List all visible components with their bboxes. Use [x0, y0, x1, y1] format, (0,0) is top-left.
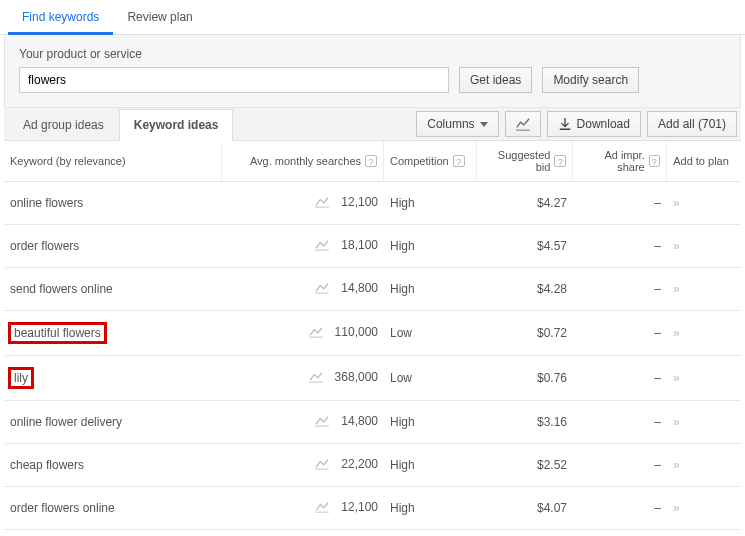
searches-cell: 14,800: [222, 401, 384, 443]
header-bid[interactable]: Suggested bid?: [477, 141, 573, 181]
searches-cell: 110,000: [222, 312, 384, 354]
keyword-cell[interactable]: beautiful flowers: [4, 311, 222, 355]
highlighted-keyword: beautiful flowers: [10, 324, 105, 342]
modify-search-button[interactable]: Modify search: [542, 67, 639, 93]
competition-cell: Low: [384, 532, 477, 536]
add-cell[interactable]: »: [667, 269, 735, 309]
bid-cell: $4.27: [477, 183, 573, 223]
competition-cell: High: [384, 488, 477, 528]
keyword-cell[interactable]: lily: [4, 356, 222, 400]
share-cell: –: [573, 269, 667, 309]
table-row: beautiful flowers110,000Low$0.72–»: [4, 311, 741, 356]
share-cell: –: [573, 313, 667, 353]
keyword-cell[interactable]: send flowers online: [4, 269, 222, 309]
bid-cell: $0.76: [477, 358, 573, 398]
table-row: order flowers online12,100High$4.07–»: [4, 487, 741, 530]
bid-cell: $4.28: [477, 269, 573, 309]
table-row: rose flower165,000Low$0.84–»: [4, 530, 741, 536]
ideas-toolbar: Ad group ideas Keyword ideas Columns Dow…: [4, 108, 741, 141]
trend-icon[interactable]: [315, 457, 329, 473]
keyword-cell[interactable]: order flowers online: [4, 488, 222, 528]
keyword-cell[interactable]: cheap flowers: [4, 445, 222, 485]
add-cell[interactable]: »: [667, 445, 735, 485]
share-cell: –: [573, 445, 667, 485]
keyword-cell[interactable]: order flowers: [4, 226, 222, 266]
tab-adgroup-ideas[interactable]: Ad group ideas: [8, 109, 119, 141]
header-competition[interactable]: Competition?: [384, 141, 477, 181]
keyword-cell[interactable]: rose flower: [4, 530, 222, 536]
main-tabs: Find keywords Review plan: [0, 0, 745, 35]
header-keyword[interactable]: Keyword (by relevance): [4, 141, 222, 181]
download-icon: [558, 117, 572, 131]
competition-cell: High: [384, 183, 477, 223]
tab-review-plan[interactable]: Review plan: [113, 0, 206, 34]
search-area: Your product or service Get ideas Modify…: [4, 35, 741, 108]
competition-cell: High: [384, 226, 477, 266]
highlighted-keyword: lily: [10, 369, 32, 387]
add-icon: »: [673, 415, 678, 429]
searches-cell: 165,000: [222, 531, 384, 536]
add-cell[interactable]: »: [667, 402, 735, 442]
tab-find-keywords[interactable]: Find keywords: [8, 0, 113, 34]
searches-value: 14,800: [341, 281, 378, 297]
help-icon[interactable]: ?: [649, 155, 660, 167]
keyword-cell[interactable]: online flower delivery: [4, 402, 222, 442]
trend-icon[interactable]: [309, 325, 323, 341]
tab-keyword-ideas[interactable]: Keyword ideas: [119, 109, 234, 141]
chart-button[interactable]: [505, 111, 541, 137]
searches-value: 22,200: [341, 457, 378, 473]
add-cell[interactable]: »: [667, 183, 735, 223]
searches-cell: 12,100: [222, 182, 384, 224]
searches-cell: 22,200: [222, 444, 384, 486]
competition-cell: High: [384, 269, 477, 309]
trend-icon[interactable]: [315, 238, 329, 254]
trend-icon[interactable]: [315, 414, 329, 430]
add-cell[interactable]: »: [667, 532, 735, 536]
header-share[interactable]: Ad impr. share?: [573, 141, 667, 181]
searches-value: 12,100: [341, 500, 378, 516]
product-input[interactable]: [19, 67, 449, 93]
add-cell[interactable]: »: [667, 226, 735, 266]
trend-icon[interactable]: [315, 500, 329, 516]
searches-value: 18,100: [341, 238, 378, 254]
add-icon: »: [673, 371, 678, 385]
share-cell: –: [573, 358, 667, 398]
searches-cell: 18,100: [222, 225, 384, 267]
searches-value: 368,000: [335, 370, 378, 386]
table-row: order flowers18,100High$4.57–»: [4, 225, 741, 268]
trend-icon[interactable]: [315, 281, 329, 297]
add-icon: »: [673, 282, 678, 296]
table-row: lily368,000Low$0.76–»: [4, 356, 741, 401]
add-cell[interactable]: »: [667, 313, 735, 353]
trend-icon[interactable]: [315, 195, 329, 211]
download-button[interactable]: Download: [547, 111, 641, 137]
bid-cell: $2.52: [477, 445, 573, 485]
searches-cell: 12,100: [222, 487, 384, 529]
help-icon[interactable]: ?: [365, 155, 377, 167]
searches-cell: 14,800: [222, 268, 384, 310]
get-ideas-button[interactable]: Get ideas: [459, 67, 532, 93]
bid-cell: $4.07: [477, 488, 573, 528]
trend-icon[interactable]: [309, 370, 323, 386]
searches-value: 14,800: [341, 414, 378, 430]
competition-cell: High: [384, 402, 477, 442]
help-icon[interactable]: ?: [554, 155, 566, 167]
add-cell[interactable]: »: [667, 488, 735, 528]
chart-icon: [516, 117, 530, 131]
searches-value: 12,100: [341, 195, 378, 211]
columns-button[interactable]: Columns: [416, 111, 498, 137]
bid-cell: $0.72: [477, 313, 573, 353]
bid-cell: $3.16: [477, 402, 573, 442]
search-label: Your product or service: [19, 47, 726, 61]
share-cell: –: [573, 226, 667, 266]
bid-cell: $4.57: [477, 226, 573, 266]
download-label: Download: [577, 117, 630, 131]
help-icon[interactable]: ?: [453, 155, 465, 167]
add-all-button[interactable]: Add all (701): [647, 111, 737, 137]
add-icon: »: [673, 458, 678, 472]
keyword-cell[interactable]: online flowers: [4, 183, 222, 223]
chevron-down-icon: [480, 122, 488, 127]
add-cell[interactable]: »: [667, 358, 735, 398]
header-searches[interactable]: Avg. monthly searches?: [222, 141, 384, 181]
add-icon: »: [673, 239, 678, 253]
